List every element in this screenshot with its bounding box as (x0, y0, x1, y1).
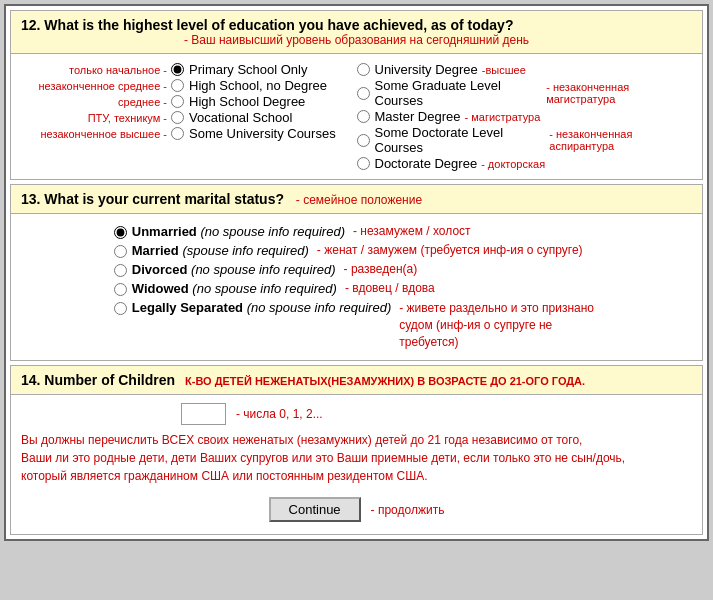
marital-radio-widowed[interactable] (114, 283, 127, 296)
edu-radio-sdlc[interactable] (357, 134, 370, 147)
marital-note-divorced: - разведен(а) (344, 262, 418, 276)
edu-label-sdlc: Some Doctorate Level Courses (375, 125, 546, 155)
q14-input-row: - числа 0, 1, 2... (21, 403, 692, 425)
edu-radio-pso[interactable] (171, 63, 184, 76)
q12-number: 12. (21, 17, 40, 33)
edu-radio-vs[interactable] (171, 111, 184, 124)
edu-russian-vs: ПТУ, техникум - (21, 112, 171, 124)
edu-russian-pso: только начальное - (21, 64, 171, 76)
edu-item-pso: только начальное - Primary School Only (21, 62, 357, 77)
continue-button[interactable]: Continue (269, 497, 361, 522)
q14-desc-line3: который является гражданином США или пос… (21, 469, 428, 483)
page-container: 12. What is the highest level of educati… (4, 4, 709, 541)
edu-label-hsd: High School Degree (189, 94, 305, 109)
q12-title-text: What is the highest level of education y… (44, 17, 513, 33)
q14-title: 14. Number of Children (21, 372, 175, 388)
edu-item-ud: University Degree -высшее (357, 62, 693, 77)
edu-radio-dd[interactable] (357, 157, 370, 170)
marital-note-married: - женат / замужем (требуется инф-ия о су… (317, 243, 583, 257)
q14-desc-line2: Ваши ли это родные дети, дети Ваших супр… (21, 451, 625, 465)
q12-options-grid: только начальное - Primary School Only н… (21, 62, 692, 171)
edu-label-suc: Some University Courses (189, 126, 336, 141)
q14-subtitle: К-ВО ДЕТЕЙ НЕЖЕНАТЫХ(НЕЗАМУЖНИХ) В ВОЗРА… (185, 375, 585, 387)
edu-note-sgls: - незаконченная магистратура (546, 81, 692, 105)
q13-title: 13. What is your current marital status?… (21, 191, 692, 207)
edu-note-sdlc: - незаконченная аспирантура (549, 128, 692, 152)
edu-label-pso: Primary School Only (189, 62, 307, 77)
edu-russian-hsd: среднее - (21, 96, 171, 108)
marital-note-separated: - живете раздельно и это признано судом … (399, 300, 599, 350)
edu-item-dd: Doctorate Degree - докторская (357, 156, 693, 171)
children-number-input[interactable] (181, 403, 226, 425)
q13-body: Unmarried (no spouse info required) - не… (11, 214, 702, 360)
question-13-section: 13. What is your current marital status?… (10, 184, 703, 361)
edu-label-ud: University Degree (375, 62, 478, 77)
children-input-note: - числа 0, 1, 2... (236, 407, 323, 421)
edu-item-hsd: среднее - High School Degree (21, 94, 357, 109)
marital-radio-divorced[interactable] (114, 264, 127, 277)
marital-label-married: Married (spouse info required) (132, 243, 309, 258)
edu-item-msd: Master Degree - магистратура (357, 109, 693, 124)
q14-header: 14. Number of Children К-ВО ДЕТЕЙ НЕЖЕНА… (11, 366, 702, 395)
continue-note: - продолжить (371, 503, 445, 517)
edu-radio-msd[interactable] (357, 110, 370, 123)
edu-russian-hsnd: незаконченное среднее - (21, 80, 171, 92)
q14-desc: Вы должны перечислить ВСЕХ своих неженат… (21, 431, 692, 485)
marital-item-divorced: Divorced (no spouse info required) - раз… (114, 262, 599, 277)
edu-item-suc: незаконченное высшее - Some University C… (21, 126, 357, 141)
marital-radio-separated[interactable] (114, 302, 127, 315)
marital-label-separated: Legally Separated (no spouse info requir… (132, 300, 391, 315)
edu-item-hsnd: незаконченное среднее - High School, no … (21, 78, 357, 93)
q14-body: - числа 0, 1, 2... Вы должны перечислить… (11, 395, 702, 534)
edu-note-msd: - магистратура (464, 111, 540, 123)
q14-desc-line1: Вы должны перечислить ВСЕХ своих неженат… (21, 433, 582, 447)
marital-radio-married[interactable] (114, 245, 127, 258)
marital-item-widowed: Widowed (no spouse info required) - вдов… (114, 281, 599, 296)
q13-subtitle: - семейное положение (296, 193, 422, 207)
edu-russian-suc: незаконченное высшее - (21, 128, 171, 140)
edu-radio-sgls[interactable] (357, 87, 370, 100)
marital-item-separated: Legally Separated (no spouse info requir… (114, 300, 599, 350)
edu-item-sdlc: Some Doctorate Level Courses - незаконче… (357, 125, 693, 155)
q13-header: 13. What is your current marital status?… (11, 185, 702, 214)
marital-label-divorced: Divorced (no spouse info required) (132, 262, 336, 277)
q13-number: 13. (21, 191, 40, 207)
q14-title-text: Number of Children (44, 372, 175, 388)
marital-note-unmarried: - незамужем / холост (353, 224, 471, 238)
q12-right-col: University Degree -высшее Some Graduate … (357, 62, 693, 171)
edu-note-dd: - докторская (481, 158, 545, 170)
marital-options: Unmarried (no spouse info required) - не… (114, 224, 599, 350)
edu-radio-suc[interactable] (171, 127, 184, 140)
edu-radio-hsd[interactable] (171, 95, 184, 108)
q12-title: 12. What is the highest level of educati… (21, 17, 692, 33)
q12-subtitle: - Ваш наивысший уровень образования на с… (21, 33, 692, 47)
edu-label-sgls: Some Graduate Level Courses (375, 78, 543, 108)
edu-label-hsnd: High School, no Degree (189, 78, 327, 93)
edu-note-ud: -высшее (482, 64, 526, 76)
marital-item-married: Married (spouse info required) - женат /… (114, 243, 599, 258)
question-12-section: 12. What is the highest level of educati… (10, 10, 703, 180)
continue-row: Continue - продолжить (21, 493, 692, 526)
edu-label-vs: Vocational School (189, 110, 292, 125)
marital-radio-unmarried[interactable] (114, 226, 127, 239)
q12-header: 12. What is the highest level of educati… (11, 11, 702, 54)
marital-item-unmarried: Unmarried (no spouse info required) - не… (114, 224, 599, 239)
edu-label-msd: Master Degree (375, 109, 461, 124)
edu-label-dd: Doctorate Degree (375, 156, 478, 171)
edu-item-sgls: Some Graduate Level Courses - незакончен… (357, 78, 693, 108)
edu-radio-hsnd[interactable] (171, 79, 184, 92)
q12-body: только начальное - Primary School Only н… (11, 54, 702, 179)
marital-label-widowed: Widowed (no spouse info required) (132, 281, 337, 296)
q12-left-col: только начальное - Primary School Only н… (21, 62, 357, 171)
q14-number: 14. (21, 372, 40, 388)
q13-title-text: What is your current marital status? (44, 191, 284, 207)
marital-note-widowed: - вдовец / вдова (345, 281, 435, 295)
edu-radio-ud[interactable] (357, 63, 370, 76)
question-14-section: 14. Number of Children К-ВО ДЕТЕЙ НЕЖЕНА… (10, 365, 703, 535)
edu-item-vs: ПТУ, техникум - Vocational School (21, 110, 357, 125)
marital-label-unmarried: Unmarried (no spouse info required) (132, 224, 345, 239)
